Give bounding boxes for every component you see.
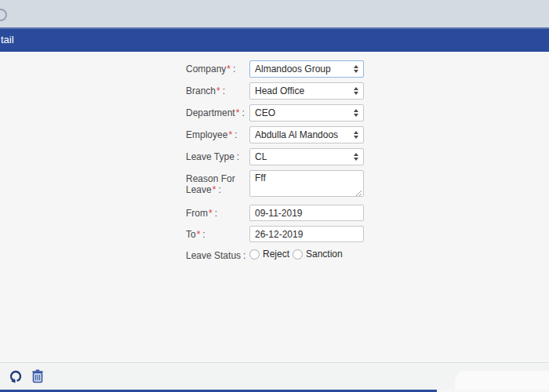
form-row-to: To*: [186,226,549,242]
form-row-reason: Reason For Leave*: Fff [186,170,549,200]
footer-highlight [455,371,549,390]
required-asterisk: * [213,184,216,195]
company-select[interactable]: Almandoos Group [249,60,364,78]
sanction-radio-label: Sanction [306,249,343,260]
select-spinner-icon [354,109,358,117]
form-row-from: From*: [186,205,549,221]
refresh-icon [9,369,23,383]
reject-radio-label: Reject [263,249,289,260]
select-spinner-icon [354,131,358,139]
employee-label: Employee*: [186,126,249,140]
page-header: tail [0,27,549,52]
form-row-leave-type: Leave Type: CL [186,148,549,165]
select-spinner-icon [354,153,358,161]
leave-status-label: Leave Status: [186,247,249,261]
trash-icon [31,369,44,383]
form-row-department: Department*: CEO [186,104,549,122]
circle-icon [0,9,7,21]
branch-select[interactable]: Head Office [249,82,364,100]
page-title: tail [1,27,14,52]
employee-select[interactable]: Abdulla Al Mandoos [249,126,364,143]
required-asterisk: * [216,85,220,96]
footer-toolbar [0,362,549,390]
branch-label: Branch*: [186,82,249,96]
to-date-input[interactable] [249,226,364,242]
select-spinner-icon [354,87,358,95]
form-row-company: Company*: Almandoos Group [186,60,549,78]
form-row-employee: Employee*: Abdulla Al Mandoos [186,126,549,143]
reason-textarea[interactable]: Fff [249,170,364,197]
sanction-radio[interactable] [293,249,303,260]
company-label: Company*: [186,60,249,74]
to-label: To*: [186,226,249,240]
form-row-branch: Branch*: Head Office [186,82,549,100]
select-spinner-icon [354,65,358,73]
delete-button[interactable] [30,369,45,385]
form-row-leave-status: Leave Status: Reject Sanction [186,247,549,261]
leave-detail-window: tail Company*: Almandoos Group Branch*: … [0,0,549,392]
department-select[interactable]: CEO [249,104,364,122]
reject-radio[interactable] [249,249,260,260]
reason-label: Reason For Leave*: [186,170,249,195]
required-asterisk: * [197,229,201,240]
required-asterisk: * [209,208,213,219]
leave-type-select[interactable]: CL [249,148,364,165]
top-bar [0,0,549,27]
leave-type-label: Leave Type: [186,148,249,162]
required-asterisk: * [227,64,231,74]
from-date-input[interactable] [249,205,364,221]
department-label: Department*: [186,104,249,118]
refresh-button[interactable] [8,369,24,385]
required-asterisk: * [236,107,240,118]
required-asterisk: * [228,129,232,140]
from-label: From*: [186,205,249,219]
leave-detail-form: Company*: Almandoos Group Branch*: Head … [0,52,549,362]
